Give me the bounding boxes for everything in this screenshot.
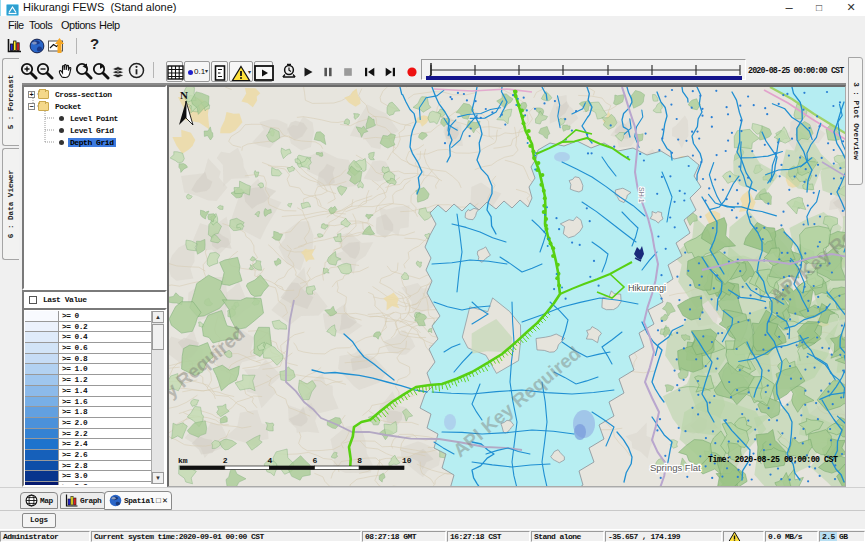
svg-text:6: 6 <box>312 456 317 465</box>
svg-text:SH 1: SH 1 <box>638 187 645 203</box>
svg-text:N: N <box>180 89 188 101</box>
svg-text:10: 10 <box>402 456 412 465</box>
svg-text:Hikurangi: Hikurangi <box>628 283 666 293</box>
svg-text:km: km <box>178 456 188 465</box>
svg-text:Time: 2020-08-25 00:00:00 CST: Time: 2020-08-25 00:00:00 CST <box>708 455 838 464</box>
svg-text:Springs Flat: Springs Flat <box>650 462 701 473</box>
svg-text:2: 2 <box>223 456 228 465</box>
svg-text:8: 8 <box>357 456 362 465</box>
svg-text:4: 4 <box>268 456 273 465</box>
